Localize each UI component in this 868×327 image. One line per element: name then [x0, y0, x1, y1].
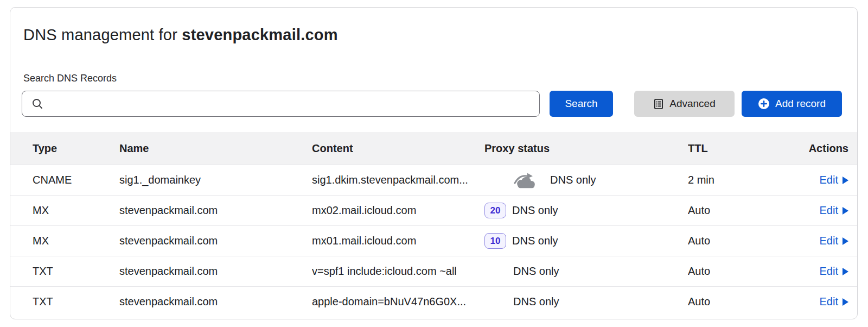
dns-records-table: Type Name Content Proxy status TTL Actio…: [10, 132, 857, 317]
priority-badge: 10: [484, 233, 506, 249]
cell-name: stevenpackmail.com: [119, 204, 312, 217]
table-row: MX stevenpackmail.com mx02.mail.icloud.c…: [10, 195, 857, 225]
cell-name: stevenpackmail.com: [119, 295, 312, 308]
proxy-status-text: DNS only: [550, 174, 596, 186]
search-label: Search DNS Records: [23, 73, 844, 84]
cell-type: MX: [33, 235, 119, 247]
cell-proxy-status: DNS only: [484, 172, 688, 188]
cell-name: stevenpackmail.com: [119, 265, 312, 278]
cell-type: MX: [33, 204, 119, 217]
cell-name: stevenpackmail.com: [119, 235, 312, 247]
edit-label: Edit: [820, 265, 838, 278]
cell-content: mx01.mail.icloud.com: [312, 235, 484, 247]
triangle-right-icon: [843, 177, 848, 184]
toolbar: Search Advanced Add record: [22, 91, 842, 117]
proxy-status-text: DNS only: [512, 204, 558, 217]
cell-actions: Edit: [767, 174, 848, 186]
edit-link[interactable]: Edit: [820, 295, 848, 308]
search-button-label: Search: [565, 98, 597, 110]
triangle-right-icon: [843, 237, 848, 245]
table-row: MX stevenpackmail.com mx01.mail.icloud.c…: [10, 225, 857, 256]
table-row: CNAME sig1._domainkey sig1.dkim.stevenpa…: [10, 165, 857, 195]
table-row: TXT stevenpackmail.com apple-domain=bNuV…: [10, 286, 857, 317]
cell-ttl: Auto: [688, 265, 767, 278]
column-header-name: Name: [119, 142, 312, 155]
cell-ttl: Auto: [688, 295, 767, 308]
domain-name: stevenpackmail.com: [182, 26, 337, 43]
table-header-row: Type Name Content Proxy status TTL Actio…: [10, 132, 857, 165]
dns-management-card: DNS management for stevenpackmail.com Se…: [10, 7, 858, 319]
cell-actions: Edit: [767, 235, 848, 247]
cell-ttl: Auto: [688, 204, 767, 217]
plus-circle-icon: [758, 98, 770, 110]
edit-label: Edit: [820, 235, 838, 247]
cell-actions: Edit: [767, 204, 848, 217]
edit-link[interactable]: Edit: [820, 235, 848, 247]
cell-proxy-status: DNS only: [484, 265, 688, 278]
cell-type: TXT: [33, 295, 119, 308]
page-title: DNS management for stevenpackmail.com: [23, 26, 844, 44]
edit-label: Edit: [820, 174, 838, 186]
cell-proxy-status: 10 DNS only: [484, 233, 688, 249]
advanced-button[interactable]: Advanced: [634, 91, 735, 117]
page-title-prefix: DNS management for: [23, 26, 182, 43]
edit-label: Edit: [820, 204, 838, 217]
cell-proxy-status: DNS only: [484, 295, 688, 308]
dns-only-cloud-icon: [513, 172, 538, 188]
cell-content: apple-domain=bNuV47n6G0X...: [312, 295, 484, 308]
triangle-right-icon: [843, 207, 848, 215]
edit-link[interactable]: Edit: [820, 265, 848, 278]
proxy-status-text: DNS only: [512, 235, 558, 247]
cell-type: CNAME: [33, 174, 119, 186]
triangle-right-icon: [843, 268, 848, 275]
column-header-type: Type: [33, 142, 119, 155]
search-input[interactable]: [49, 98, 532, 110]
cell-content: v=spf1 include:icloud.com ~all: [312, 265, 484, 278]
cell-name: sig1._domainkey: [119, 174, 312, 186]
column-header-ttl: TTL: [688, 142, 767, 155]
edit-link[interactable]: Edit: [820, 174, 848, 186]
priority-badge: 20: [484, 203, 506, 218]
cell-proxy-status: 20 DNS only: [484, 203, 688, 218]
cell-content: sig1.dkim.stevenpackmail.com...: [312, 174, 484, 186]
edit-link[interactable]: Edit: [820, 204, 848, 217]
cell-content: mx02.mail.icloud.com: [312, 204, 484, 217]
list-document-icon: [653, 98, 664, 110]
triangle-right-icon: [843, 298, 848, 306]
table-row: TXT stevenpackmail.com v=spf1 include:ic…: [10, 256, 857, 286]
cell-actions: Edit: [767, 295, 848, 308]
proxy-status-text: DNS only: [513, 265, 559, 278]
search-icon: [31, 98, 43, 110]
column-header-proxy-status: Proxy status: [484, 142, 688, 155]
column-header-actions: Actions: [767, 142, 848, 155]
add-record-button-label: Add record: [775, 98, 826, 110]
advanced-button-label: Advanced: [669, 98, 716, 110]
edit-label: Edit: [820, 295, 838, 308]
search-button[interactable]: Search: [550, 91, 613, 117]
cell-ttl: Auto: [688, 235, 767, 247]
proxy-status-text: DNS only: [513, 295, 559, 308]
search-box[interactable]: [22, 91, 540, 117]
cell-type: TXT: [33, 265, 119, 278]
cell-actions: Edit: [767, 265, 848, 278]
cell-ttl: 2 min: [688, 174, 767, 186]
add-record-button[interactable]: Add record: [742, 91, 842, 117]
column-header-content: Content: [312, 142, 484, 155]
